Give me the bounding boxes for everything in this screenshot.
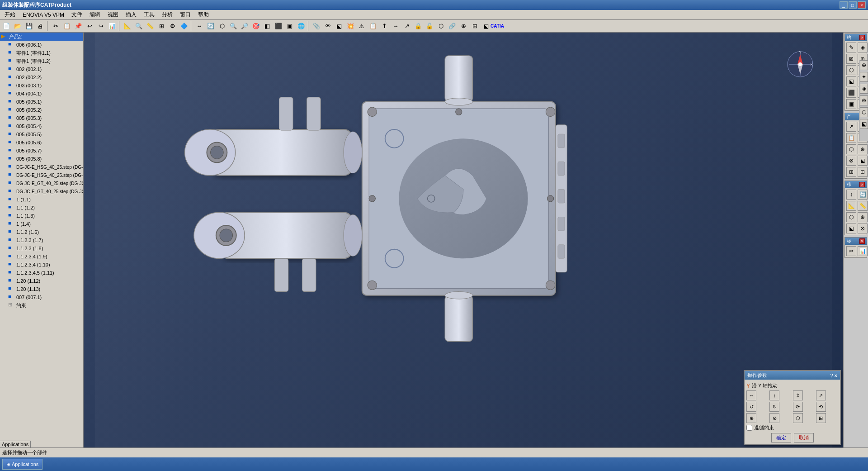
menu-insert[interactable]: 插入 [122,10,140,19]
pp-btn-1[interactable]: ↗ [846,122,856,132]
tb-hide[interactable]: 👁 [322,21,333,32]
close-button[interactable]: × [858,1,866,9]
tb-print[interactable]: 🖨 [35,21,46,32]
tb-more6[interactable]: 🔗 [447,21,458,32]
tree-item-005-1[interactable]: ■ 005 (005.1) [0,98,83,106]
tb-grid[interactable]: ⊞ [156,21,167,32]
menu-tools[interactable]: 工具 [140,10,158,19]
pp-btn-6[interactable]: ⊕ [858,144,868,154]
tree-item-002-1[interactable]: ■ 002 (002.1) [0,65,83,73]
tree-item-hsg-1[interactable]: ■ DG-JC-E_HSG_40_25.step (DG-JC-E_HSG_40… [0,163,83,171]
tb-more4[interactable]: 🔓 [424,21,435,32]
minimize-button[interactable]: _ [840,1,848,9]
ops-btn-translate-y[interactable]: ↕ [769,390,779,400]
tree-item-002-2[interactable]: ■ 002 (002.2) [0,73,83,81]
tb-view-right[interactable]: ▣ [284,21,295,32]
maximize-button[interactable]: □ [849,1,857,9]
mp-btn-2[interactable]: 🔄 [858,190,868,200]
tb-paste[interactable]: 📌 [73,21,84,32]
tb-save[interactable]: 💾 [24,21,34,32]
constraint-panel-close[interactable]: × [859,35,865,40]
tb-measure[interactable]: 📏 [145,21,156,32]
menu-window[interactable]: 窗口 [176,10,194,19]
tree-item-1-20-13[interactable]: ■ 1.20 (1.13) [0,285,83,293]
rp-btn-9[interactable]: ⬛ [846,88,856,98]
tb-export[interactable]: ⬆ [379,21,390,32]
ops-btn-snap-z[interactable]: ⬡ [793,413,803,423]
mp-btn-7[interactable]: ⬕ [846,224,856,233]
tree-item-005-4[interactable]: ■ 005 (005.4) [0,122,83,130]
rp-btn-11[interactable]: ▣ [846,99,856,109]
dialog-close-btn[interactable]: × [835,373,837,378]
dialog-help-btn[interactable]: ? [830,373,833,378]
tb-more9[interactable]: ⬕ [481,21,491,32]
pp-btn-8[interactable]: ⬕ [858,156,868,166]
tb-undo[interactable]: ↩ [84,21,95,32]
menu-view[interactable]: 视图 [104,10,122,19]
dialog-confirm-btn[interactable]: 确定 [771,433,791,442]
ops-btn-translate-x[interactable]: ↔ [746,390,756,400]
ops-btn-rotate-x[interactable]: ↺ [746,402,756,412]
tb-view-3d[interactable]: 🎯 [250,21,261,32]
tb-graph[interactable]: 📊 [107,21,118,32]
pp-btn-9[interactable]: ⊞ [846,167,856,177]
tb-bom[interactable]: 📋 [368,21,378,32]
tree-item-006-1[interactable]: ■ 006 (006.1) [0,41,83,49]
tree-item-004-1[interactable]: ■ 004 (004.1) [0,90,83,98]
tb-more7[interactable]: ⊕ [458,21,469,32]
tb-view-top[interactable]: ⬛ [273,21,284,32]
tree-item-part1-1[interactable]: ■ 零件1 (零件1.1) [0,49,83,57]
tree-item-1-1-2-3-8[interactable]: ■ 1.1.2.3 (1.8) [0,244,83,252]
tree-item-1-1-2-3-4-10[interactable]: ■ 1.1.2.3.4 (1.10) [0,261,83,269]
ops-btn-rotate-y[interactable]: ↻ [769,402,779,412]
menu-start[interactable]: 开始 [1,10,19,19]
tb-more1[interactable]: → [390,21,401,32]
menu-analysis[interactable]: 分析 [158,10,176,19]
tree-item-005-2[interactable]: ■ 005 (005.2) [0,106,83,114]
constraint-checkbox[interactable] [746,425,752,431]
tree-item-003-1[interactable]: ■ 003 (003.1) [0,81,83,90]
ops-btn-translate-free[interactable]: ↗ [816,390,826,400]
tb-rotate[interactable]: 🔄 [205,21,216,32]
rp-btn-1[interactable]: ✎ [846,43,856,52]
menu-edit[interactable]: 编辑 [86,10,104,19]
tb-more2[interactable]: ↗ [401,21,412,32]
label-panel-close[interactable]: × [859,238,865,244]
pp-btn-7[interactable]: ⊗ [846,156,856,166]
tree-item-007-1[interactable]: ■ 007 (007.1) [0,293,83,301]
lp-btn-2[interactable]: 📊 [858,246,868,256]
tb-zoom-out[interactable]: 🔎 [239,21,250,32]
taskbar-apps-btn[interactable]: ⊞ Applications [2,459,42,470]
dialog-cancel-btn[interactable]: 取消 [794,433,814,442]
mp-btn-3[interactable]: 📐 [846,201,856,211]
tb-clash[interactable]: ⚠ [356,21,367,32]
lp-btn-1[interactable]: ✂ [846,246,856,256]
far-right-btn-4[interactable]: ⊗ [860,95,868,105]
tb-new[interactable]: 📄 [1,21,12,32]
tb-parts[interactable]: 🔷 [179,21,189,32]
tb-search[interactable]: 🔍 [133,21,144,32]
far-right-btn-2[interactable]: ✦ [860,72,868,82]
tb-explode[interactable]: 💥 [345,21,356,32]
ops-btn-rotate-free[interactable]: ⟲ [816,402,826,412]
tb-zoom-in[interactable]: 🔍 [228,21,239,32]
tree-item-1-1[interactable]: ■ 1 (1.1) [0,195,83,204]
tree-item-root[interactable]: ▶ 产品2 [0,33,83,41]
tree-item-1-1-3[interactable]: ■ 1.1 (1.3) [0,212,83,220]
menu-file[interactable]: 文件 [68,10,86,19]
tree-item-1-1-2-3-7[interactable]: ■ 1.1.2.3 (1.7) [0,236,83,244]
ops-btn-snap-x[interactable]: ⊕ [746,413,756,423]
tree-item-005-8[interactable]: ■ 005 (005.8) [0,155,83,163]
tree-item-005-5[interactable]: ■ 005 (005.5) [0,130,83,138]
tb-cut[interactable]: ✂ [50,21,61,32]
ops-btn-snap-y[interactable]: ⊗ [769,413,779,423]
tb-constraint[interactable]: 📎 [311,21,322,32]
mp-btn-5[interactable]: ⬡ [846,212,856,222]
tree-item-1-1-2-3-4-5-11[interactable]: ■ 1.1.2.3.4.5 (1.11) [0,269,83,277]
tb-more3[interactable]: 🔒 [413,21,424,32]
tb-copy[interactable]: 📋 [61,21,72,32]
mp-btn-4[interactable]: 📏 [858,201,868,211]
tree-item-1-4[interactable]: ■ 1 (1.4) [0,220,83,228]
tree-item-part1-2[interactable]: ■ 零件1 (零件1.2) [0,57,83,65]
tb-section[interactable]: ⬕ [334,21,344,32]
